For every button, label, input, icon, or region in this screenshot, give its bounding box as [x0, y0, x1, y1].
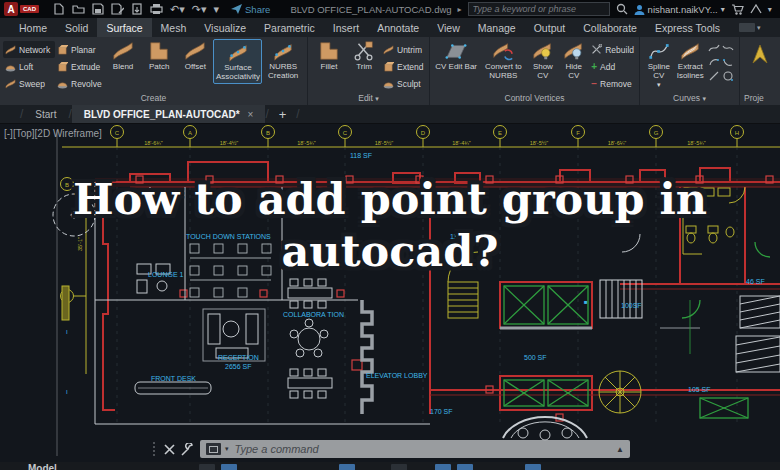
line-tool-icon[interactable]: [708, 70, 720, 82]
cv-small-buttons: Rebuild +Add −Remove: [589, 39, 636, 92]
search-icon[interactable]: [616, 3, 628, 15]
status-osnap-icon[interactable]: [435, 464, 451, 470]
blend-button[interactable]: Blend: [105, 39, 141, 73]
spline-freehand-icon[interactable]: [722, 42, 734, 54]
untrim-button[interactable]: Untrim: [381, 41, 425, 58]
command-prompt-icon[interactable]: [206, 443, 221, 455]
title-caret-icon[interactable]: ▸: [458, 5, 462, 14]
command-wrench-icon[interactable]: [181, 443, 194, 456]
add-button[interactable]: +Add: [589, 58, 636, 75]
network-button[interactable]: Network: [3, 41, 55, 58]
sculpt-button[interactable]: Sculpt: [381, 75, 425, 92]
status-ortho-icon[interactable]: [339, 464, 355, 470]
ribbon-tab-collaborate[interactable]: Collaborate: [574, 18, 646, 37]
undo-icon[interactable]: ↶▾: [170, 4, 185, 15]
ribbon-tab-overflow-button[interactable]: ▾: [739, 18, 761, 37]
save-icon[interactable]: [92, 3, 104, 15]
status-polar-icon[interactable]: [391, 464, 407, 470]
tab-close-icon[interactable]: ×: [248, 109, 254, 120]
show-cv-button[interactable]: Show CV: [527, 39, 558, 82]
svg-text:■: ■: [584, 299, 588, 305]
ribbon-tab-view[interactable]: View: [428, 18, 469, 37]
ribbon-tab-visualize[interactable]: Visualize: [195, 18, 255, 37]
tab-document-active[interactable]: BLVD OFFICE_PLAN-AUTOCAD* ×: [72, 105, 266, 123]
command-close-icon[interactable]: [164, 444, 175, 455]
save-as-icon[interactable]: [111, 3, 124, 15]
command-grip-icon[interactable]: [150, 441, 158, 457]
status-grid-icon[interactable]: [199, 464, 215, 470]
surface-associativity-button[interactable]: Surface Associativity: [213, 39, 262, 84]
status-lineweight-icon[interactable]: [525, 464, 541, 470]
curves-panel-label[interactable]: Curves ▾: [640, 92, 739, 105]
planar-button[interactable]: Planar: [55, 41, 105, 58]
offset-button[interactable]: Offset: [177, 39, 213, 73]
hide-cv-button[interactable]: Hide CV: [558, 39, 589, 82]
autodesk-menu-icon[interactable]: [750, 4, 762, 14]
blend-curve-icon[interactable]: [708, 42, 720, 54]
cv-edit-bar-button[interactable]: CV Edit Bar: [433, 39, 479, 73]
autocad-logo[interactable]: A CAD: [4, 2, 39, 16]
patch-button[interactable]: Patch: [141, 39, 177, 73]
ribbon-tab-mesh[interactable]: Mesh: [152, 18, 196, 37]
status-otrack-icon[interactable]: [457, 464, 473, 470]
project-geometry-icon[interactable]: [749, 43, 771, 67]
app-store-cart-icon[interactable]: [731, 4, 744, 15]
ribbon-tab-home[interactable]: Home: [10, 18, 56, 37]
export-icon[interactable]: [131, 3, 143, 15]
spline-cv-button[interactable]: Spline CV▾: [643, 39, 675, 90]
ribbon-tab-express-tools[interactable]: Express Tools: [646, 18, 729, 37]
project-panel-label[interactable]: Proje: [740, 92, 780, 105]
customize-qat-icon[interactable]: ▾: [214, 4, 220, 15]
search-input[interactable]: [468, 2, 610, 16]
open-folder-icon[interactable]: [72, 3, 85, 15]
ribbon-tab-bar: HomeSolidSurfaceMeshVisualizeParametricI…: [0, 18, 780, 37]
loft-button[interactable]: Loft: [3, 58, 55, 75]
create-panel-label[interactable]: Create: [0, 92, 307, 105]
plan-label: 46 SF: [746, 278, 765, 285]
ribbon-tab-annotate[interactable]: Annotate: [368, 18, 428, 37]
svg-text:I: I: [66, 329, 68, 335]
nurbs-creation-icon: [271, 40, 295, 62]
drawing-canvas[interactable]: [-][Top][2D Wireframe] C18'-6¾"A18'-4½"B…: [0, 124, 780, 462]
command-input[interactable]: [233, 442, 613, 456]
command-expand-icon[interactable]: ▲: [616, 445, 624, 454]
extract-isolines-button[interactable]: Extract Isolines: [675, 39, 707, 82]
circle-tool-icon[interactable]: [722, 70, 734, 82]
tab-start[interactable]: Start: [23, 105, 68, 123]
redo-icon[interactable]: ↷▾: [192, 4, 207, 15]
nurbs-creation-button[interactable]: NURBS Creation: [262, 39, 304, 82]
ribbon-tab-parametric[interactable]: Parametric: [255, 18, 324, 37]
viewport-controls[interactable]: [-][Top][2D Wireframe]: [4, 128, 102, 139]
rebuild-button[interactable]: Rebuild: [589, 41, 636, 58]
new-file-icon[interactable]: [53, 3, 65, 15]
plot-printer-icon[interactable]: [150, 3, 163, 15]
fillet-button[interactable]: Fillet: [311, 39, 347, 73]
remove-button[interactable]: −Remove: [589, 75, 636, 92]
command-caret-icon[interactable]: ▾: [225, 445, 229, 453]
patch-icon: [147, 40, 171, 62]
ribbon-tab-surface[interactable]: Surface: [97, 18, 151, 37]
model-tab[interactable]: Model: [28, 462, 57, 470]
dimension-text: 18'-5½": [530, 140, 549, 146]
ribbon-tab-solid[interactable]: Solid: [56, 18, 97, 37]
sweep-button[interactable]: Sweep: [3, 75, 55, 92]
new-tab-button[interactable]: +: [269, 105, 297, 123]
status-snap-icon[interactable]: [221, 464, 237, 470]
extend-button[interactable]: Extend: [381, 58, 425, 75]
user-account[interactable]: nishant.naikVY... ▾: [634, 4, 725, 15]
control-vertices-panel-label[interactable]: Control Vertices: [430, 92, 639, 105]
autodesk-caret-icon[interactable]: ▾: [768, 5, 772, 14]
share-button[interactable]: Share: [231, 4, 270, 15]
trim-button[interactable]: Trim: [347, 39, 381, 73]
ribbon-tab-insert[interactable]: Insert: [324, 18, 368, 37]
ribbon-tab-output[interactable]: Output: [525, 18, 575, 37]
arc-curve-icon[interactable]: [708, 56, 720, 68]
extrude-button[interactable]: Extrude: [55, 58, 105, 75]
ribbon-tab-manage[interactable]: Manage: [469, 18, 525, 37]
arc-curve2-icon[interactable]: [722, 56, 734, 68]
edit-panel-label[interactable]: Edit ▾: [308, 92, 429, 105]
command-bar[interactable]: ▾ ▲: [200, 440, 630, 458]
convert-to-nurbs-button[interactable]: Convert to NURBS: [479, 39, 527, 82]
revolve-button[interactable]: Revolve: [55, 75, 105, 92]
curve-tools-grid: [706, 39, 736, 83]
